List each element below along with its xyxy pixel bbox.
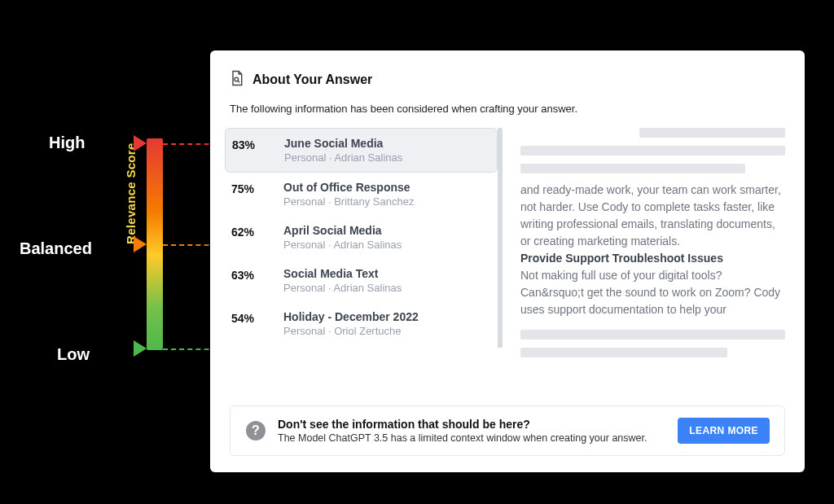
svg-text:?: ? (252, 423, 260, 437)
source-score: 63% (231, 267, 269, 282)
pointer-high-icon (134, 135, 147, 151)
source-title: June Social Media (284, 137, 485, 150)
source-score: 62% (231, 224, 269, 239)
preview-heading: Provide Support Troubleshoot Issues (520, 252, 723, 265)
pointer-balanced-icon (134, 236, 147, 252)
source-score: 54% (231, 310, 269, 325)
about-answer-panel: About Your Answer The following informat… (210, 50, 805, 472)
source-row[interactable]: 63% Social Media Text Personal · Adrian … (230, 259, 498, 302)
source-row[interactable]: 75% Out of Office Response Personal · Br… (230, 173, 498, 216)
gauge-bar (147, 138, 163, 350)
relevance-gauge: High Balanced Low Relevance Score (49, 138, 195, 358)
panel-subtitle: The following information has been consi… (230, 103, 785, 115)
preview-paragraph: Not making full use of your digital tool… (520, 269, 780, 316)
document-icon (230, 70, 244, 90)
skeleton-line (520, 164, 745, 173)
gauge-label-balanced: Balanced (20, 239, 92, 258)
panel-title: About Your Answer (252, 72, 372, 87)
preview-paragraph: and ready-made work, your team can work … (520, 183, 781, 248)
source-score: 75% (231, 181, 269, 195)
skeleton-line (520, 146, 785, 156)
pointer-low-icon (134, 340, 147, 357)
source-preview: and ready-made work, your team can work … (520, 128, 785, 348)
source-title: Out of Office Response (283, 181, 486, 194)
source-row[interactable]: 54% Holiday - December 2022 Personal · O… (230, 302, 498, 345)
source-title: April Social Media (283, 224, 486, 237)
gauge-caption: Relevance Score (124, 142, 138, 244)
source-score: 83% (232, 137, 270, 151)
skeleton-line (520, 348, 727, 357)
source-row[interactable]: 62% April Social Media Personal · Adrian… (230, 216, 498, 259)
source-title: Social Media Text (283, 267, 486, 280)
footer-title: Don't see the information that should be… (278, 418, 666, 431)
skeleton-line (639, 128, 785, 138)
skeleton-line (520, 330, 785, 340)
gauge-label-low: Low (57, 345, 90, 364)
source-meta: Personal · Brittany Sanchez (283, 195, 486, 208)
source-meta: Personal · Adrian Salinas (283, 282, 486, 294)
preview-body: and ready-made work, your team can work … (520, 182, 785, 318)
panel-header: About Your Answer (230, 70, 785, 90)
source-meta: Personal · Adrian Salinas (283, 239, 486, 251)
source-row[interactable]: 83% June Social Media Personal · Adrian … (225, 128, 498, 173)
footer-subtitle: The Model ChatGPT 3.5 has a limited cont… (278, 432, 666, 444)
source-meta: Personal · Adrian Salinas (284, 151, 485, 164)
sources-list: 83% June Social Media Personal · Adrian … (230, 128, 503, 348)
question-icon: ? (245, 420, 266, 441)
source-meta: Personal · Oriol Zertuche (283, 325, 486, 337)
gauge-label-high: High (49, 134, 85, 152)
svg-point-0 (235, 77, 239, 81)
learn-more-button[interactable]: LEARN MORE (678, 418, 770, 444)
source-title: Holiday - December 2022 (283, 310, 486, 323)
missing-info-card: ? Don't see the information that should … (230, 405, 785, 456)
